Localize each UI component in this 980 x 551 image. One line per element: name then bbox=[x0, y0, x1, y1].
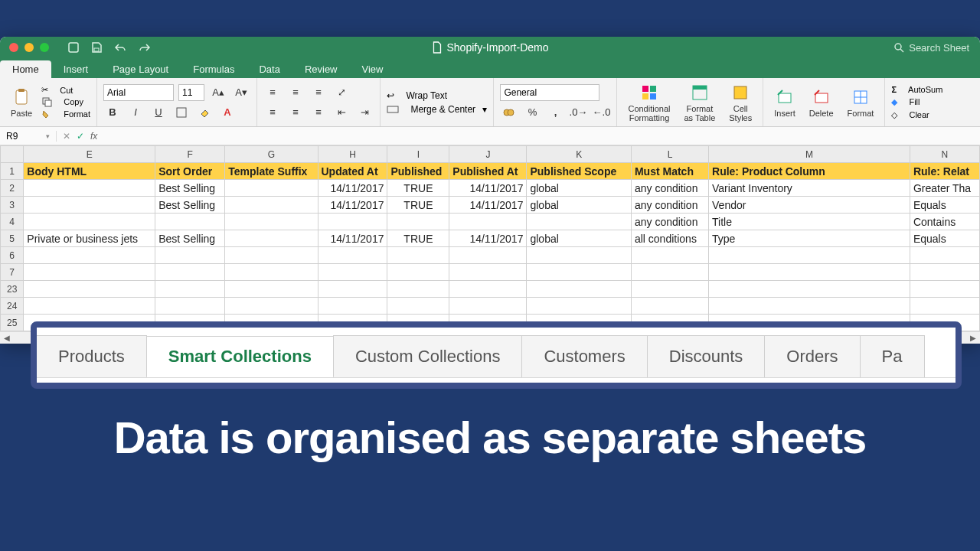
orientation-icon[interactable]: ⤢ bbox=[332, 84, 351, 101]
wrap-text-button[interactable]: ↩ Wrap Text bbox=[387, 90, 487, 101]
cell[interactable] bbox=[910, 298, 979, 315]
increase-font-icon[interactable]: A▴ bbox=[209, 84, 227, 101]
sheet-tab-custom-collections[interactable]: Custom Collections bbox=[333, 335, 523, 377]
cell[interactable]: any condition bbox=[631, 180, 708, 197]
header-cell[interactable]: Template Suffix bbox=[225, 163, 318, 180]
cell[interactable] bbox=[318, 298, 387, 315]
row-header[interactable]: 2 bbox=[1, 180, 24, 197]
cell[interactable] bbox=[225, 214, 318, 230]
cell[interactable] bbox=[24, 281, 155, 298]
column-header[interactable]: L bbox=[631, 146, 708, 163]
cell[interactable] bbox=[631, 247, 708, 264]
header-cell[interactable]: Body HTML bbox=[24, 163, 155, 180]
undo-icon[interactable] bbox=[113, 41, 127, 54]
italic-button[interactable]: I bbox=[126, 104, 145, 121]
cell[interactable] bbox=[709, 298, 910, 315]
cell[interactable] bbox=[24, 264, 155, 281]
align-top-icon[interactable]: ≡ bbox=[263, 84, 282, 101]
align-left-icon[interactable]: ≡ bbox=[263, 104, 282, 121]
increase-indent-icon[interactable]: ⇥ bbox=[355, 104, 374, 121]
cell[interactable] bbox=[387, 281, 449, 298]
cell[interactable] bbox=[527, 281, 631, 298]
format-button[interactable]: Format bbox=[843, 86, 879, 119]
formula-bar[interactable] bbox=[103, 127, 980, 145]
border-button[interactable] bbox=[172, 104, 191, 121]
close-icon[interactable] bbox=[9, 43, 18, 52]
name-box[interactable]: R9▾ bbox=[0, 131, 57, 142]
cell[interactable] bbox=[709, 281, 910, 298]
cell[interactable]: Equals bbox=[910, 230, 979, 247]
row-header[interactable]: 3 bbox=[1, 197, 24, 214]
cell[interactable] bbox=[387, 247, 449, 264]
cell[interactable]: global bbox=[527, 197, 631, 214]
sheet-tab-customers[interactable]: Customers bbox=[521, 335, 647, 377]
cell[interactable] bbox=[225, 230, 318, 247]
fx-icon[interactable]: fx bbox=[90, 131, 97, 142]
cell[interactable] bbox=[318, 264, 387, 281]
column-header[interactable]: M bbox=[709, 146, 910, 163]
save-icon[interactable] bbox=[90, 41, 103, 54]
cell[interactable] bbox=[155, 281, 225, 298]
insert-button[interactable]: Insert bbox=[769, 86, 800, 119]
cell[interactable]: 14/11/2017 bbox=[449, 197, 527, 214]
header-cell[interactable]: Rule: Relat bbox=[910, 163, 979, 180]
underline-button[interactable]: U bbox=[149, 104, 168, 121]
tab-review[interactable]: Review bbox=[292, 60, 350, 78]
font-size-select[interactable] bbox=[178, 84, 204, 101]
column-header[interactable]: N bbox=[910, 146, 979, 163]
cell[interactable] bbox=[225, 180, 318, 197]
cell[interactable] bbox=[155, 214, 225, 230]
sheet-tab-pa[interactable]: Pa bbox=[860, 335, 925, 377]
percent-icon[interactable]: % bbox=[523, 104, 541, 121]
fill-color-button[interactable] bbox=[195, 104, 214, 121]
align-bottom-icon[interactable]: ≡ bbox=[309, 84, 328, 101]
tab-page-layout[interactable]: Page Layout bbox=[100, 60, 181, 78]
align-center-icon[interactable]: ≡ bbox=[286, 104, 305, 121]
tab-formulas[interactable]: Formulas bbox=[181, 60, 247, 78]
cell-styles-button[interactable]: Cell Styles bbox=[724, 81, 756, 124]
cell[interactable] bbox=[449, 247, 527, 264]
cell[interactable] bbox=[155, 298, 225, 315]
search-icon[interactable] bbox=[893, 42, 904, 53]
qat-workbook-icon[interactable] bbox=[67, 41, 80, 54]
sheet-tab-smart-collections[interactable]: Smart Collections bbox=[146, 336, 334, 378]
row-header[interactable]: 25 bbox=[1, 315, 24, 331]
column-header[interactable]: H bbox=[318, 146, 387, 163]
column-header[interactable]: F bbox=[155, 146, 225, 163]
fill-button[interactable]: ◆ Fill bbox=[891, 97, 942, 107]
number-format-select[interactable] bbox=[500, 84, 599, 101]
cell[interactable] bbox=[24, 247, 155, 264]
redo-icon[interactable] bbox=[138, 41, 152, 54]
paste-button[interactable]: Paste bbox=[6, 86, 37, 119]
cell[interactable] bbox=[631, 298, 708, 315]
cell[interactable]: 14/11/2017 bbox=[318, 180, 387, 197]
bold-button[interactable]: B bbox=[103, 104, 122, 121]
scroll-left-icon[interactable]: ◀ bbox=[0, 332, 14, 344]
cell[interactable] bbox=[318, 281, 387, 298]
zoom-icon[interactable] bbox=[40, 43, 49, 52]
decrease-decimal-icon[interactable]: ←.0 bbox=[592, 104, 610, 121]
column-header[interactable]: G bbox=[225, 146, 318, 163]
header-cell[interactable]: Published Scope bbox=[527, 163, 631, 180]
cell[interactable] bbox=[449, 281, 527, 298]
search-placeholder[interactable]: Search Sheet bbox=[909, 42, 969, 54]
cell[interactable]: Private or business jets bbox=[24, 230, 155, 247]
cell[interactable] bbox=[387, 214, 449, 230]
cell[interactable]: Best Selling bbox=[155, 180, 225, 197]
format-painter-button[interactable]: Format bbox=[41, 109, 90, 119]
minimize-icon[interactable] bbox=[24, 43, 34, 52]
cell[interactable]: 14/11/2017 bbox=[449, 180, 527, 197]
currency-icon[interactable] bbox=[500, 104, 518, 121]
tab-insert[interactable]: Insert bbox=[51, 60, 101, 78]
cell[interactable]: Greater Tha bbox=[910, 180, 979, 197]
tab-home[interactable]: Home bbox=[0, 60, 51, 78]
cell[interactable] bbox=[527, 298, 631, 315]
cell[interactable] bbox=[709, 247, 910, 264]
comma-icon[interactable]: , bbox=[546, 104, 564, 121]
align-middle-icon[interactable]: ≡ bbox=[286, 84, 305, 101]
cell[interactable] bbox=[225, 281, 318, 298]
cell[interactable]: global bbox=[527, 180, 631, 197]
cell[interactable] bbox=[527, 247, 631, 264]
cell[interactable]: any condition bbox=[631, 214, 708, 230]
clear-button[interactable]: ◇ Clear bbox=[891, 110, 942, 120]
